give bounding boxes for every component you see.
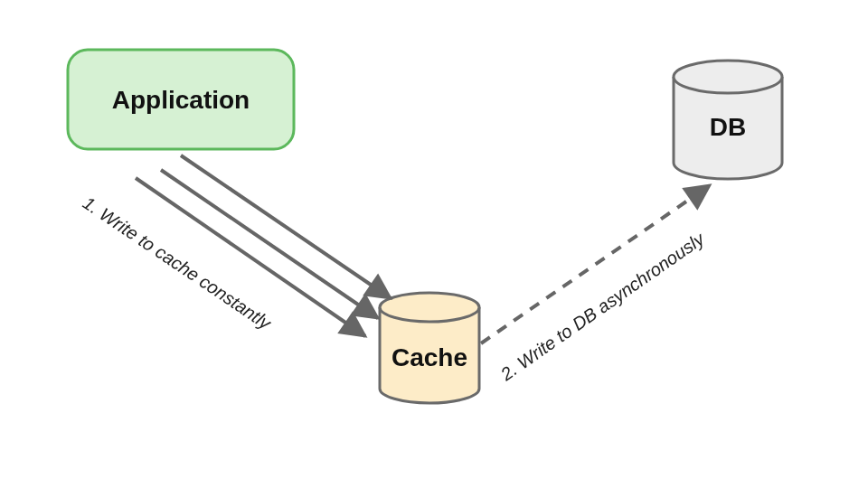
cache-node: Cache bbox=[380, 293, 479, 403]
edge-app-to-cache-label: 1. Write to cache constantly bbox=[80, 192, 276, 333]
edge-cache-to-db: 2. Write to DB asynchronously bbox=[481, 185, 710, 385]
svg-line-4 bbox=[161, 170, 378, 318]
db-node: DB bbox=[674, 61, 782, 179]
cache-label: Cache bbox=[392, 343, 467, 371]
edge-app-to-cache: 1. Write to cache constantly bbox=[80, 155, 391, 336]
edge-cache-to-db-label: 2. Write to DB asynchronously bbox=[496, 228, 709, 384]
application-label: Application bbox=[112, 86, 250, 114]
svg-point-1 bbox=[380, 293, 479, 322]
application-node: Application bbox=[68, 50, 294, 149]
svg-point-2 bbox=[674, 61, 782, 93]
db-label: DB bbox=[710, 113, 746, 141]
diagram-stage: Application Cache DB 1. Write to cache c… bbox=[0, 0, 868, 488]
